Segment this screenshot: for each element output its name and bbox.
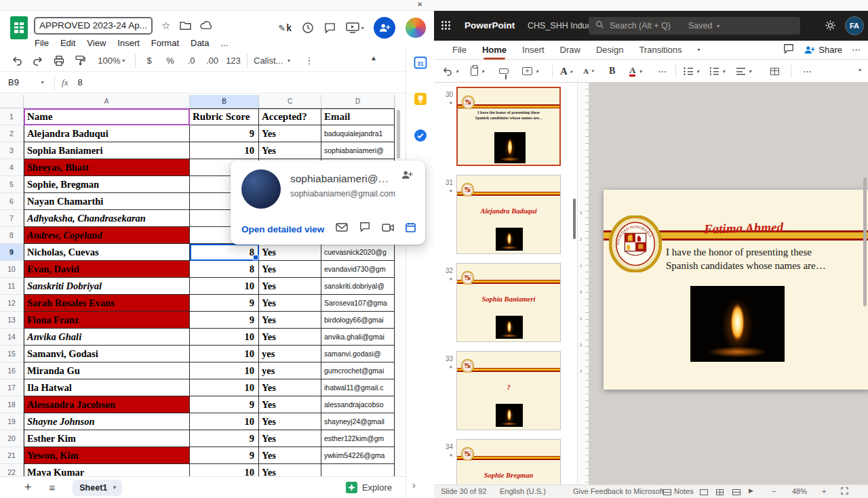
menu-data[interactable]: Data xyxy=(191,38,209,48)
keep-icon[interactable] xyxy=(414,92,427,108)
increase-decimals-button[interactable]: .00 xyxy=(205,53,220,69)
email-icon[interactable] xyxy=(336,222,348,234)
cell-accepted[interactable]: Yes xyxy=(259,430,321,447)
cell-accepted[interactable]: Yes xyxy=(259,447,321,464)
tab-file[interactable]: File xyxy=(452,41,467,60)
slide-body-text[interactable]: I have the honor of presenting these Spa… xyxy=(666,245,844,273)
undo-button[interactable]: ▾ xyxy=(442,64,458,79)
tab-home[interactable]: Home xyxy=(482,41,507,60)
row-header-18[interactable]: 18 xyxy=(0,396,24,413)
slide-thumbnail-32[interactable]: Sophia Baniameri xyxy=(456,263,561,342)
slide-30[interactable]: Fatima Ahmed SOCIEDAD HONORARIA I have t… xyxy=(604,190,868,390)
menu-view[interactable]: View xyxy=(87,38,106,48)
language-indicator[interactable]: English (U.S.) xyxy=(500,487,546,495)
cell-email[interactable]: evandavid730@gm xyxy=(321,261,395,278)
more-options-icon[interactable]: ⋯ xyxy=(852,45,861,55)
tasks-icon[interactable] xyxy=(414,129,427,145)
row-header-13[interactable]: 13 xyxy=(0,312,24,329)
row-header-17[interactable]: 17 xyxy=(0,379,24,396)
cell-accepted[interactable]: Yes xyxy=(259,261,321,278)
sheet-tab[interactable]: Sheet1▾ xyxy=(73,480,122,496)
star-icon[interactable]: ☆ xyxy=(161,20,170,32)
header-cell-email[interactable]: Email xyxy=(321,108,395,125)
extension-k-icon[interactable]: ✎k xyxy=(278,22,292,33)
slide-thumbnail-30[interactable]: I have the honor of presenting these Spa… xyxy=(456,87,561,166)
row-header-20[interactable]: 20 xyxy=(0,430,24,447)
header-cell-score[interactable]: Rubric Score xyxy=(190,108,259,125)
calendar-icon[interactable]: 31 xyxy=(414,56,427,72)
numbering-button[interactable]: ▾ xyxy=(709,64,725,79)
more-font-options-icon[interactable]: ⋯ xyxy=(658,64,667,79)
name-box-dropdown-icon[interactable]: ▾ xyxy=(41,79,43,85)
share-button[interactable] xyxy=(374,17,395,39)
cell-name[interactable]: Samanvi, Godasi xyxy=(24,346,190,362)
normal-view-icon[interactable] xyxy=(700,487,708,495)
reading-view-icon[interactable] xyxy=(732,487,741,495)
row-header-5[interactable]: 5 xyxy=(0,176,24,193)
row-header-19[interactable]: 19 xyxy=(0,413,24,430)
slide-indicator[interactable]: Slide 30 of 92 xyxy=(441,487,486,495)
add-sheet-button[interactable]: + xyxy=(24,480,32,495)
cell-accepted[interactable]: Yes xyxy=(259,312,321,329)
corner-cell[interactable] xyxy=(0,95,24,108)
cell-email[interactable]: Saroseva107@gma xyxy=(321,295,395,312)
redo-button[interactable] xyxy=(31,53,45,69)
explore-button[interactable]: Explore xyxy=(346,482,392,493)
cell-name[interactable]: Evan, David xyxy=(24,261,190,278)
row-header-4[interactable]: 4 xyxy=(0,159,24,176)
cell-score[interactable]: 8 xyxy=(190,244,259,261)
cell-email[interactable]: baduquialejandra1 xyxy=(321,125,395,142)
cell-name[interactable]: Sarah Rosales Evans xyxy=(24,295,190,312)
tab-insert[interactable]: Insert xyxy=(522,41,545,60)
undo-button[interactable] xyxy=(9,53,24,69)
canvas-scrollbar[interactable] xyxy=(863,178,867,306)
name-box[interactable]: B9 xyxy=(0,77,39,87)
menu-moremoremore[interactable]: ... xyxy=(220,38,228,48)
cell-accepted[interactable]: Yes xyxy=(259,278,321,295)
more-tabs-icon[interactable]: ▾ xyxy=(698,47,701,53)
cell-score[interactable]: 10 xyxy=(190,464,259,476)
decrease-decimals-button[interactable]: .0 xyxy=(184,53,199,69)
cell-score[interactable]: 9 xyxy=(190,447,259,464)
col-header-c[interactable]: C xyxy=(259,95,321,108)
save-status[interactable]: Saved▾ xyxy=(688,21,719,30)
bold-button[interactable]: B xyxy=(609,64,615,79)
chat-icon[interactable] xyxy=(359,222,370,235)
cell-name[interactable]: Adhyaksha, Chandrasekaran xyxy=(24,210,190,227)
row-header-6[interactable]: 6 xyxy=(0,193,24,210)
grow-font-button[interactable]: A▴ xyxy=(560,64,572,79)
row-header-16[interactable]: 16 xyxy=(0,362,24,379)
app-name[interactable]: PowerPoint xyxy=(465,20,515,30)
row-header-22[interactable]: 22 xyxy=(0,464,24,476)
toolbar-more-icon[interactable]: ⋮ xyxy=(302,53,317,69)
shrink-font-button[interactable]: A▾ xyxy=(583,64,593,79)
row-header-12[interactable]: 12 xyxy=(0,295,24,312)
cell-score[interactable]: 9 xyxy=(190,125,259,142)
ribbon-collapse-icon[interactable]: ▾ xyxy=(859,67,861,73)
cell-accepted[interactable]: Yes xyxy=(259,142,321,159)
cell-email[interactable]: shayneyj24@gmail xyxy=(321,413,395,430)
cell-name[interactable]: Yewon, Kim xyxy=(24,447,190,464)
cloud-status-icon[interactable] xyxy=(200,21,213,30)
font-color-button[interactable]: A▾ xyxy=(629,64,642,79)
print-icon[interactable] xyxy=(52,53,66,69)
cell-name[interactable]: Sophie, Bregman xyxy=(24,176,190,193)
cell-score[interactable]: 10 xyxy=(190,346,259,362)
cell-name[interactable]: Sophia Baniameri xyxy=(24,142,190,159)
convert-table-button[interactable] xyxy=(770,64,779,79)
cell-name[interactable]: Alejandra Baduqui xyxy=(24,125,190,142)
slideshow-icon[interactable]: ▶ xyxy=(749,487,753,494)
cell-name[interactable]: Anvika Ghali xyxy=(24,329,190,346)
cell-email[interactable]: gumcrochet@gmai xyxy=(321,362,395,379)
cell-accepted[interactable]: Yes xyxy=(259,329,321,346)
slide-thumbnail-33[interactable]: ? xyxy=(456,351,561,430)
format-painter-button[interactable] xyxy=(499,64,509,79)
new-slide-button[interactable]: ▾ xyxy=(522,64,538,79)
col-header-d[interactable]: D xyxy=(321,95,395,108)
cell-accepted[interactable]: yes xyxy=(259,362,321,379)
format-currency-button[interactable]: $ xyxy=(142,53,157,69)
header-cell-accepted[interactable]: Accepted? xyxy=(259,108,321,125)
row-header-1[interactable]: 1 xyxy=(0,108,24,125)
cell-score[interactable]: 9 xyxy=(190,396,259,413)
slide-thumbnail-31[interactable]: Alejandra Baduqui xyxy=(456,175,561,254)
